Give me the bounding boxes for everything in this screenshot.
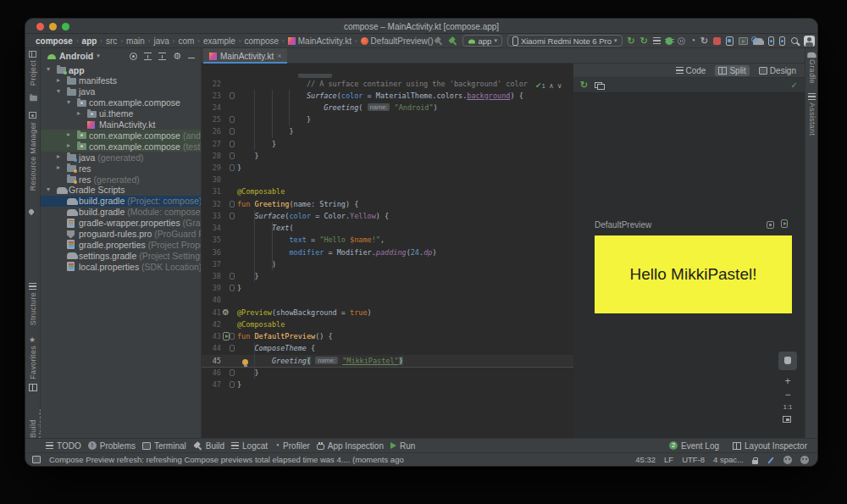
inspections-widget[interactable]: ✔1 ∧ ∨	[535, 80, 562, 91]
toolwindow-button-problems[interactable]: !Problems	[88, 441, 136, 451]
gradle-sync-icon[interactable]	[753, 38, 763, 45]
next-problem-icon[interactable]: ∨	[557, 82, 562, 90]
code-line[interactable]: 23 Surface(color = MaterialTheme.colors.…	[202, 90, 573, 102]
code-line[interactable]: 43fun DefaultPreview() {	[202, 330, 573, 342]
breadcrumb-item[interactable]: MainActivity.kt	[288, 36, 352, 46]
tree-item[interactable]: ▸ui.theme	[41, 108, 201, 119]
breadcrumb-item[interactable]: compose	[245, 36, 280, 46]
breadcrumb-item[interactable]: compose	[36, 36, 73, 46]
tree-item[interactable]: gradle.properties (Project Properties)	[41, 239, 201, 250]
toolwindow-button-app-inspection[interactable]: App Inspection	[317, 441, 384, 451]
code-line[interactable]: 25 }	[202, 114, 573, 125]
tree-chevron-icon[interactable]: ▸	[57, 76, 60, 84]
code-line[interactable]: 35 text = "Hello $name!",	[202, 234, 573, 246]
tree-item[interactable]: local.properties (SDK Location)	[41, 261, 201, 272]
code-line[interactable]: 27 }	[202, 138, 573, 150]
run-configuration-select[interactable]: app▾	[462, 35, 502, 47]
code-line[interactable]: 36 modifier = Modifier.padding(24.dp)	[202, 246, 573, 258]
sdk-manager-icon[interactable]	[779, 36, 785, 46]
feedback-smiley-icon[interactable]	[783, 456, 792, 464]
preview-name-label[interactable]: DefaultPreview	[595, 220, 651, 230]
breadcrumb-item[interactable]: app	[82, 36, 97, 46]
debug-icon[interactable]	[666, 37, 673, 45]
fold-marker-icon[interactable]	[230, 369, 235, 376]
code-line[interactable]: 33 Surface(color = Color.Yellow) {	[202, 210, 573, 222]
fold-marker-icon[interactable]	[230, 273, 235, 280]
fold-marker-icon[interactable]	[230, 201, 235, 208]
indent-style[interactable]: 4 spac...	[713, 455, 744, 464]
run-list-icon[interactable]	[653, 37, 661, 44]
toolwindow-button-build[interactable]: Build	[193, 441, 224, 451]
fold-marker-icon[interactable]	[230, 213, 235, 219]
code-line[interactable]: 38 }	[202, 270, 573, 282]
prev-problem-icon[interactable]: ∧	[549, 82, 554, 90]
tree-item[interactable]: ▸java (generated)	[41, 152, 201, 163]
project-view-selector[interactable]: Android	[59, 51, 93, 61]
mode-design[interactable]: Design	[756, 65, 800, 76]
code-line[interactable]: 40	[202, 294, 573, 306]
code-line[interactable]: 29}	[202, 162, 573, 174]
fold-marker-icon[interactable]	[230, 164, 235, 171]
caret-position[interactable]: 45:32	[635, 455, 656, 464]
tree-item[interactable]: ▾Gradle Scripts	[41, 185, 201, 196]
restart-icon[interactable]: ↻	[700, 36, 708, 46]
breadcrumb-item[interactable]: java	[153, 36, 169, 46]
line-separator[interactable]: LF	[664, 455, 673, 464]
sidebar-item-favorites[interactable]: Favorites	[29, 346, 37, 379]
sidebar-item-structure[interactable]: Structure	[29, 292, 37, 325]
tree-item[interactable]: res (generated)	[41, 174, 201, 185]
code-line[interactable]: 37 )	[202, 258, 573, 270]
tree-item[interactable]: ▸manifests	[41, 75, 201, 86]
pan-tool-button[interactable]	[778, 352, 797, 370]
feedback-frown-icon[interactable]	[800, 456, 809, 464]
search-everywhere-icon[interactable]	[791, 37, 798, 44]
tree-chevron-icon[interactable]: ▾	[67, 98, 70, 106]
breadcrumb-item[interactable]: example	[203, 36, 235, 46]
zoom-reset-button[interactable]: 1:1	[780, 403, 795, 411]
close-tab-icon[interactable]: ×	[277, 52, 281, 60]
tree-item[interactable]: MainActivity.kt	[41, 119, 201, 130]
run-preview-icon[interactable]	[781, 219, 788, 228]
tree-item[interactable]: settings.gradle (Project Settings)	[41, 250, 201, 261]
code-line[interactable]: 31@Composable	[202, 186, 573, 197]
code-line[interactable]: 28 }	[202, 150, 573, 162]
breadcrumb-item[interactable]: main	[126, 36, 145, 46]
device-select[interactable]: Xiaomi Redmi Note 6 Pro▾	[507, 35, 623, 47]
device-manager-icon[interactable]	[726, 36, 734, 46]
collapse-all-icon[interactable]	[158, 53, 166, 60]
interactive-preview-icon[interactable]	[767, 221, 774, 229]
code-line[interactable]: 24 Greeting( name: "Android")	[202, 102, 573, 114]
toolwindow-button-terminal[interactable]: Terminal	[142, 441, 186, 451]
tree-item[interactable]: ▾app	[41, 64, 201, 75]
tree-chevron-icon[interactable]: ▸	[57, 163, 60, 171]
toolwindow-button-layout-inspector[interactable]: Layout Inspector	[733, 441, 807, 451]
tree-item[interactable]: gradle-wrapper.properties (Gradle Versio…	[41, 218, 201, 229]
layers-icon[interactable]	[595, 81, 603, 90]
breadcrumb-item[interactable]: src	[106, 36, 117, 46]
code-editor[interactable]: 22 // A surface container using the 'bac…	[202, 64, 573, 438]
fold-marker-icon[interactable]	[230, 285, 235, 291]
tree-item[interactable]: ▸res	[41, 163, 201, 174]
toolwindow-button-event-log[interactable]: 2Event Log	[669, 441, 719, 451]
toolwindow-button-logcat[interactable]: Logcat	[231, 441, 268, 451]
tree-item[interactable]: ▸com.example.compose (test)	[41, 141, 201, 152]
zoom-to-fit-icon[interactable]	[783, 416, 791, 423]
running-devices-icon[interactable]	[739, 37, 748, 45]
tree-chevron-icon[interactable]: ▸	[77, 109, 80, 117]
fold-marker-icon[interactable]	[230, 152, 235, 159]
user-avatar[interactable]	[804, 36, 815, 47]
code-line[interactable]: 46 }	[202, 367, 573, 379]
code-line[interactable]: 45 Greeting( name: "MikkiPastel")	[202, 355, 573, 367]
mode-split[interactable]: Split	[715, 65, 749, 76]
code-line[interactable]: 32fun Greeting(name: String) {	[202, 198, 573, 210]
zoom-in-button[interactable]: +	[782, 375, 794, 387]
avd-manager-icon[interactable]	[768, 36, 774, 46]
fold-marker-icon[interactable]	[230, 116, 235, 123]
zoom-out-button[interactable]: −	[782, 389, 794, 401]
breadcrumb-item[interactable]: DefaultPreview()	[361, 36, 434, 46]
fold-marker-icon[interactable]	[230, 333, 235, 340]
fold-marker-icon[interactable]	[230, 128, 235, 135]
apply-changes-icon[interactable]: ↻	[640, 36, 648, 46]
tree-item[interactable]: proguard-rules.pro (ProGuard Rules for .…	[41, 229, 201, 240]
fold-marker-icon[interactable]	[230, 92, 235, 99]
